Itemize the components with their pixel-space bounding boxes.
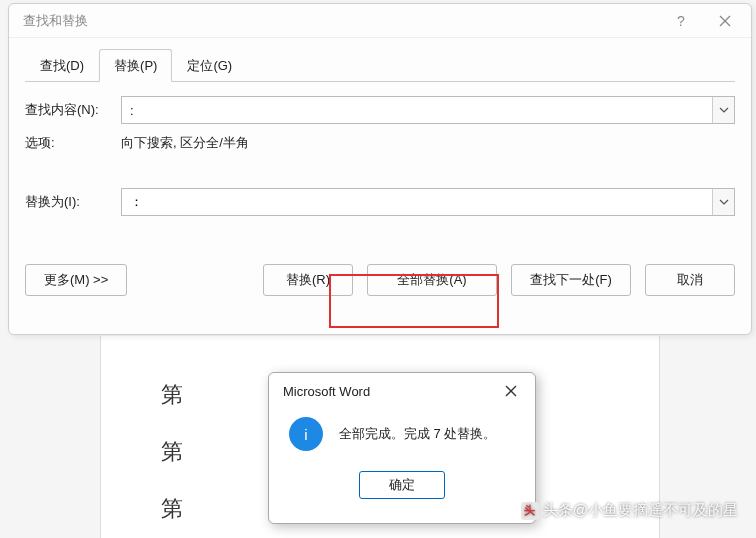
replace-button[interactable]: 替换(R) [263,264,353,296]
close-icon [505,385,517,397]
find-content-label: 查找内容(N): [25,101,121,119]
find-content-combo[interactable] [121,96,735,124]
find-content-input[interactable] [122,97,712,123]
ok-button[interactable]: 确定 [359,471,445,499]
watermark: 头 头条@小鱼要摘遥不可及的星 [521,501,738,520]
more-button[interactable]: 更多(M) >> [25,264,127,296]
watermark-text: 头条@小鱼要摘遥不可及的星 [543,501,738,520]
chevron-down-icon [719,199,729,205]
close-icon [719,15,731,27]
replace-all-button[interactable]: 全部替换(A) [367,264,497,296]
watermark-logo-icon: 头 [521,502,539,520]
replace-with-input[interactable] [122,189,712,215]
info-icon: i [289,417,323,451]
cancel-button[interactable]: 取消 [645,264,735,296]
message-box: Microsoft Word i 全部完成。完成 7 处替换。 确定 [268,372,536,524]
tab-goto[interactable]: 定位(G) [172,49,247,82]
message-box-close-button[interactable] [493,377,529,405]
find-next-button[interactable]: 查找下一处(F) [511,264,631,296]
help-button[interactable]: ? [659,6,703,36]
options-value: 向下搜索, 区分全/半角 [121,134,249,152]
tab-replace[interactable]: 替换(P) [99,49,172,82]
replace-with-label: 替换为(I): [25,193,121,211]
message-box-titlebar: Microsoft Word [269,373,535,409]
dialog-tabs: 查找(D) 替换(P) 定位(G) [25,48,735,82]
chevron-down-icon [719,107,729,113]
dialog-titlebar: 查找和替换 ? [9,4,751,38]
replace-with-dropdown[interactable] [712,189,734,215]
message-box-text: 全部完成。完成 7 处替换。 [339,425,496,443]
find-content-dropdown[interactable] [712,97,734,123]
replace-with-combo[interactable] [121,188,735,216]
tab-find[interactable]: 查找(D) [25,49,99,82]
options-label: 选项: [25,134,121,152]
dialog-title: 查找和替换 [23,12,659,30]
message-box-title: Microsoft Word [283,384,493,399]
find-replace-dialog: 查找和替换 ? 查找(D) 替换(P) 定位(G) 查找内容(N): 选项: 向… [8,3,752,335]
close-button[interactable] [703,6,747,36]
